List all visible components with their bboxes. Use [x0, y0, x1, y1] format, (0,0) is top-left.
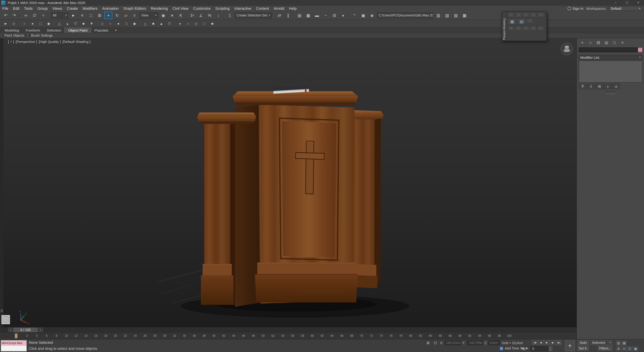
viewcube[interactable] — [561, 43, 573, 55]
toggle-ribbon-icon[interactable]: ▬ — [313, 12, 321, 19]
y-coordinate-field[interactable]: -145,759cm — [467, 340, 483, 345]
menu-tools[interactable]: Tools — [22, 6, 35, 11]
window-crossing-toggle-icon[interactable]: ⊞ — [96, 12, 104, 19]
next-frame-button[interactable]: ▶ — [550, 340, 556, 345]
ribbon-panel-brush-settings[interactable]: Brush Settings — [28, 33, 56, 38]
keyboard-shortcut-override-toggle-icon[interactable]: K — [177, 12, 185, 19]
extras-tool-icon[interactable]: ● — [115, 20, 122, 27]
named-selection-sets-dropdown[interactable]: Create Selection Set▾ — [235, 12, 272, 18]
pan-view[interactable]: ⊕ — [616, 346, 621, 351]
select-and-place-icon[interactable]: ◊ — [130, 12, 138, 19]
modifier-stack[interactable] — [578, 61, 642, 83]
viewport-general-menu[interactable]: [ + ] — [8, 40, 14, 44]
z-coordinate-field[interactable]: 0,0cm — [488, 340, 500, 345]
maxscript-mini-listener[interactable]: MAXScript Mini — [1, 340, 27, 351]
render-production-icon[interactable]: ◆ — [368, 12, 376, 19]
unlink-selection-icon[interactable]: ∅ — [30, 12, 38, 19]
sign-in-button[interactable]: Sign In — [568, 6, 584, 11]
viewport-pov-menu[interactable]: [Perspective ] — [16, 40, 37, 44]
menu-graph-editors[interactable]: Graph Editors — [121, 6, 148, 11]
undo-icon[interactable]: ↶ — [2, 12, 10, 19]
x-coordinate-field[interactable]: 135,121cm — [445, 340, 461, 345]
tab-display[interactable]: □ — [610, 39, 618, 46]
maximize-viewport-toggle[interactable]: ▣ — [633, 346, 638, 351]
previous-frame-button[interactable]: ◀ — [538, 340, 544, 345]
menu-group[interactable]: Group — [35, 6, 50, 11]
extras-tool-icon[interactable]: ■ — [80, 20, 87, 27]
use-pivot-point-center-icon[interactable]: ◉ — [159, 12, 167, 19]
rectangular-selection-region-icon[interactable]: □ — [87, 12, 95, 19]
extras-tool-icon[interactable]: □ — [200, 20, 208, 27]
edit-named-selection-sets-icon[interactable]: Ξ — [226, 12, 234, 19]
spinner-snap-toggle-icon[interactable]: ↕ — [214, 12, 222, 19]
pin-stack-button[interactable]: ∇ — [578, 84, 587, 89]
set-keys-button[interactable]: + — [565, 340, 575, 351]
polygon-tool-icon[interactable]: ▫ — [530, 26, 537, 31]
extras-tool-icon[interactable]: ● — [176, 20, 184, 27]
time-slider-handle[interactable]: 0 / 100 — [14, 328, 38, 332]
ribbon-tab-freeform[interactable]: Freeform — [22, 28, 43, 33]
menu-views[interactable]: Views — [50, 6, 64, 11]
extras-tool-icon[interactable]: ◆ — [45, 20, 52, 27]
tab-modify[interactable]: ∩ — [586, 39, 594, 46]
menu-civil-view[interactable]: Civil View — [170, 6, 191, 11]
ribbon-panel-paint-objects[interactable]: Paint Objects — [1, 33, 27, 38]
tab-utilities[interactable]: × — [618, 39, 626, 46]
viewport-quality-menu[interactable]: [High Quality ] — [39, 40, 61, 44]
viewport-canvas[interactable]: x y z — [3, 38, 576, 327]
set-key-button[interactable]: Set K. — [578, 346, 589, 351]
make-unique-button[interactable]: ⊞ — [595, 84, 604, 89]
tab-create[interactable]: + — [578, 39, 586, 46]
percent-snap-toggle-icon[interactable]: % — [206, 12, 214, 19]
polygon-tool-icon[interactable]: ▫ — [508, 13, 514, 17]
align-icon[interactable]: ∥ — [284, 12, 292, 19]
frame-spinner[interactable]: ▲▼ — [549, 346, 552, 351]
extras-tool-icon[interactable]: △ — [142, 20, 149, 27]
reference-coordinate-system-dropdown[interactable]: View▾ — [140, 12, 158, 18]
project-folder-field[interactable]: C:\Users\PC\Documents\3ds Max 2020▾ — [377, 12, 433, 18]
snaps-toggle-3d-icon[interactable]: 33 — [188, 12, 196, 19]
menu-content[interactable]: Content — [254, 6, 271, 11]
object-color-swatch[interactable] — [638, 48, 642, 52]
menu-customize[interactable]: Customize — [191, 6, 213, 11]
go-to-start-button[interactable]: |◀ — [532, 340, 538, 345]
extras-tool-icon[interactable]: ► — [2, 20, 10, 27]
ribbon-tab-modeling[interactable]: Modeling — [1, 28, 22, 33]
extras-tool-icon[interactable]: □ — [123, 20, 130, 27]
polygon-tool-icon[interactable]: ▫ — [526, 19, 533, 23]
viewport-shading-menu[interactable]: [Default Shading ] — [62, 40, 90, 44]
select-object-icon[interactable]: ► — [70, 12, 78, 19]
polygon-tool-icon[interactable]: ▤ — [517, 19, 526, 25]
menu-help[interactable]: Help — [286, 6, 299, 11]
viewport-layout-tab[interactable] — [1, 315, 10, 324]
app-icon[interactable] — [1, 1, 6, 5]
select-and-link-icon[interactable]: ∞ — [22, 12, 30, 19]
menu-create[interactable]: Create — [64, 6, 80, 11]
selection-filter-dropdown[interactable]: All▾ — [51, 12, 68, 18]
polygon-tool-icon[interactable]: ▫ — [515, 13, 522, 17]
tab-motion[interactable]: ◎ — [602, 39, 610, 46]
extras-tool-icon[interactable]: ○ — [21, 20, 28, 27]
extras-tool-icon[interactable]: ▽ — [72, 20, 79, 27]
curve-editor-icon[interactable]: ~ — [322, 12, 330, 19]
ribbon-tab-object-paint[interactable]: Object Paint — [64, 28, 91, 33]
extras-tool-icon[interactable]: ■ — [209, 20, 216, 27]
menu-rendering[interactable]: Rendering — [148, 6, 170, 11]
extras-tool-icon[interactable]: ▲ — [158, 20, 165, 27]
previous-key-button[interactable]: ◀ — [521, 346, 524, 350]
maximize-button[interactable]: □ — [621, 0, 632, 6]
configure-modifier-sets-button[interactable]: ≡ — [612, 84, 620, 89]
mirror-icon[interactable]: ⇄ — [276, 12, 284, 19]
modifier-list-dropdown[interactable]: Modifier List ▾ — [578, 55, 642, 60]
next-key-button[interactable]: ▶ — [526, 346, 528, 350]
current-frame-field[interactable]: 0 — [531, 346, 548, 351]
minimize-button[interactable]: – — [610, 0, 621, 6]
extras-tool-icon[interactable]: ○ — [184, 20, 192, 27]
rendered-frame-window-icon[interactable]: ▣ — [359, 12, 367, 19]
extras-tool-icon[interactable]: ◇ — [10, 20, 18, 27]
polygon-modeling-panel[interactable]: Polygon Modeling ▫▫▫▫▫▦▤▫▫▫▫▫▫ ◂ — [502, 12, 547, 41]
toggle-scene-explorer-icon[interactable]: ▤ — [296, 12, 304, 19]
polygon-tool-icon[interactable]: ▫ — [515, 26, 522, 31]
render-setup-icon[interactable]: * — [350, 12, 358, 19]
extras-tool-icon[interactable]: ● — [29, 20, 36, 27]
